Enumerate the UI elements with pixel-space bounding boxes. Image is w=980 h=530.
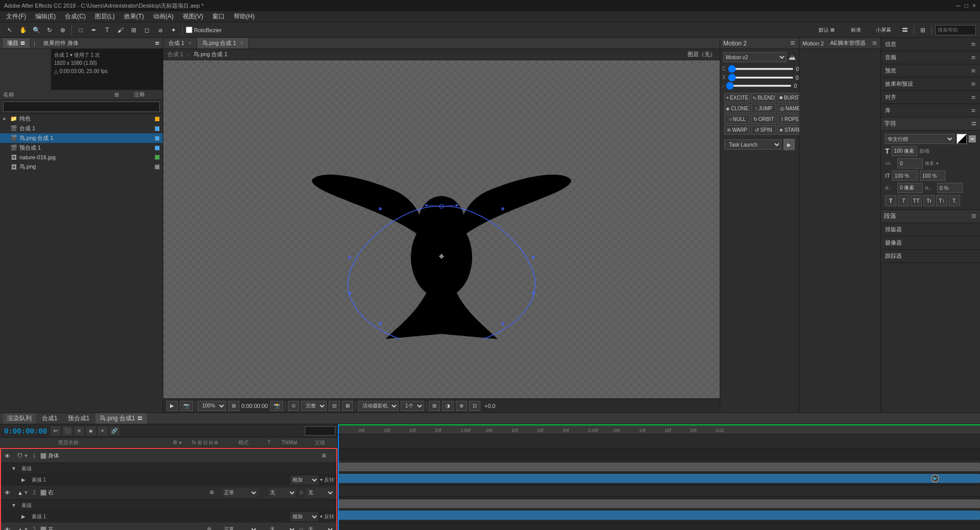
tool-brush[interactable]: 🖌 xyxy=(115,25,126,36)
minimize-button[interactable]: ─ xyxy=(956,2,961,9)
panel-preview-expand[interactable]: 〓 xyxy=(971,67,976,75)
panel-library-expand[interactable]: 〓 xyxy=(971,107,976,114)
slider-3[interactable] xyxy=(726,85,792,87)
layer-row-2[interactable]: 👁 ▲ ▼ 2 右 单 正常 无 xyxy=(1,486,336,500)
menu-help[interactable]: 帮助(H) xyxy=(230,11,259,22)
ae-script-tab[interactable]: AE脚本管理器 xyxy=(830,39,866,47)
layer-2-trkmat[interactable]: 无 xyxy=(268,488,296,497)
sub-expand[interactable]: ▼ xyxy=(11,466,21,471)
panel-audio-expand[interactable]: 〓 xyxy=(971,54,976,61)
layer-1-sub-sketch[interactable]: ▼ 素描 xyxy=(1,463,336,474)
project-item-bird-comp[interactable]: 🎬 鸟.png 合成 1 xyxy=(0,133,163,143)
menu-layer[interactable]: 图层(L) xyxy=(91,11,119,22)
rotobezier-checkbox[interactable]: RotoBezier xyxy=(186,27,222,33)
breadcrumb-comp2[interactable]: 鸟.png 合成 1 xyxy=(193,51,228,58)
track-3-sub-sketch[interactable] xyxy=(338,522,980,530)
panel-grid-btn[interactable]: ⊞ xyxy=(917,25,928,36)
tool-puppet[interactable]: ✦ xyxy=(168,25,179,36)
btn-preview-snapshot[interactable]: 📷 xyxy=(180,401,193,411)
tl-btn-1[interactable]: ↩ xyxy=(51,426,61,436)
tool-hand[interactable]: ✋ xyxy=(17,25,29,36)
btn-camera-snapshot[interactable]: 📸 xyxy=(270,401,283,411)
sub1-mode-select[interactable]: 相加 xyxy=(290,475,318,485)
tl-btn-5[interactable]: ⌖ xyxy=(97,426,108,436)
baseline-input[interactable] xyxy=(897,183,923,193)
layer-1-visibility[interactable]: 👁 xyxy=(3,453,11,459)
btn-orbit[interactable]: ↻ ORBIT xyxy=(751,114,776,124)
sub-sub-expand[interactable]: ▶ xyxy=(21,477,32,483)
font-size-input[interactable] xyxy=(892,146,917,156)
layer-2-expand[interactable]: ▼ xyxy=(23,490,30,495)
breadcrumb-comp1[interactable]: 合成 1 xyxy=(167,51,183,58)
btn-channels[interactable]: ⊠ xyxy=(342,401,353,411)
panel-align[interactable]: 对齐 〓 xyxy=(881,91,980,104)
tool-pen[interactable]: ✒ xyxy=(88,25,100,36)
track-2[interactable]: 🐦 xyxy=(338,471,980,486)
panel-preview[interactable]: 预览 〓 xyxy=(881,64,980,78)
workspace-small[interactable]: 小屏幕 xyxy=(869,25,897,36)
track-2-sub-sketch[interactable] xyxy=(338,486,980,497)
char-panel-header[interactable]: 字符 〓 xyxy=(881,117,980,131)
sub-expand-2[interactable]: ▼ xyxy=(11,502,21,508)
paragraph-expand[interactable]: 〓 xyxy=(971,212,977,221)
btn-flowchart[interactable]: ⊡ xyxy=(469,401,480,411)
comp-tab-1-close[interactable]: × xyxy=(188,40,191,46)
btn-preview-play[interactable]: ▶ xyxy=(166,401,178,411)
menu-window[interactable]: 窗口 xyxy=(208,11,229,22)
fmt-italic[interactable]: T xyxy=(898,195,909,206)
tl-btn-3[interactable]: ≡ xyxy=(74,426,84,436)
layer-2-mode[interactable]: 正常 xyxy=(222,488,258,497)
track-1-sub-sketch[interactable] xyxy=(338,449,980,460)
btn-spin[interactable]: ↺ SPIN xyxy=(751,125,776,135)
menu-effect[interactable]: 效果(T) xyxy=(120,11,148,22)
panel-typesetter[interactable]: 排版器 xyxy=(881,223,980,236)
track-1-sub-sketch-1[interactable] xyxy=(338,460,980,471)
current-time-tl[interactable]: 0:00:00:00 xyxy=(2,427,49,435)
task-launch-go-btn[interactable]: ▶ xyxy=(783,139,795,150)
menu-view[interactable]: 视图(V) xyxy=(179,11,207,22)
btn-excite[interactable]: + EXCITE xyxy=(724,93,750,103)
font-family-select[interactable]: 华文行楷 xyxy=(885,134,954,144)
panel-info-expand[interactable]: 〓 xyxy=(971,41,976,48)
btn-grid[interactable]: ⊞ xyxy=(228,401,239,411)
btn-blend[interactable]: ∿ BLEND xyxy=(751,93,776,103)
panel-menu-btn[interactable]: 〓 xyxy=(155,40,160,47)
quality-dropdown[interactable]: 完整 xyxy=(301,401,327,411)
tl-tab-render[interactable]: 渲染队列 xyxy=(3,413,36,424)
btn-transparency[interactable]: ⊟ xyxy=(329,401,340,411)
motion2-icon-btn[interactable]: ⛰ xyxy=(789,53,796,61)
tool-eraser[interactable]: ◻ xyxy=(141,25,153,36)
panel-effects-expand[interactable]: 〓 xyxy=(971,81,976,88)
tsume-input[interactable] xyxy=(937,183,963,193)
layer-row-1[interactable]: 👁 ⛉ ▼ 1 身体 单 xyxy=(1,449,336,463)
tracking-input[interactable] xyxy=(897,158,923,168)
fmt-smallcaps[interactable]: Tr xyxy=(923,195,935,206)
comp-tab-2-close[interactable]: × xyxy=(240,40,243,46)
tool-zoom[interactable]: 🔍 xyxy=(31,25,42,36)
project-item-bird-png[interactable]: 🖼 鸟.png xyxy=(0,162,163,172)
paragraph-panel-header[interactable]: 段落 〓 xyxy=(881,210,980,223)
tl-tab-bird[interactable]: 鸟.png 合成1 〓 xyxy=(95,413,147,424)
tool-camera-move[interactable]: ⊕ xyxy=(57,25,68,36)
btn-snap[interactable]: ⊕ xyxy=(456,401,467,411)
panel-tracker[interactable]: 摄像器 xyxy=(881,236,980,250)
tab-project[interactable]: 项目 〓 xyxy=(3,38,30,48)
btn-null[interactable]: ○ NULL xyxy=(724,114,750,124)
zoom-dropdown[interactable]: 100% xyxy=(198,401,226,411)
fmt-sub[interactable]: T. xyxy=(949,195,960,206)
menu-file[interactable]: 文件(F) xyxy=(2,11,30,22)
fmt-bold[interactable]: T xyxy=(885,195,896,206)
menu-edit[interactable]: 编辑(E) xyxy=(31,11,60,22)
motion2-version-select[interactable]: Motion v2 xyxy=(723,52,787,62)
btn-clone[interactable]: ◈ CLONE xyxy=(724,104,750,113)
search-help-input[interactable] xyxy=(935,25,976,35)
tl-btn-4[interactable]: ◈ xyxy=(86,426,96,436)
layer-2-sub-sketch[interactable]: ▼ 素描 xyxy=(1,500,336,511)
scale-v-input[interactable] xyxy=(920,171,945,181)
expand-arrow[interactable]: ▶ xyxy=(3,116,8,121)
project-item-pure-color[interactable]: ▶ 📁 纯色 xyxy=(0,114,163,124)
slider-c[interactable] xyxy=(728,68,794,70)
project-item-precomp[interactable]: 🎬 预合成 1 xyxy=(0,143,163,153)
slider-x[interactable] xyxy=(728,77,794,79)
layer-3-visibility[interactable]: 👁 xyxy=(3,526,11,531)
